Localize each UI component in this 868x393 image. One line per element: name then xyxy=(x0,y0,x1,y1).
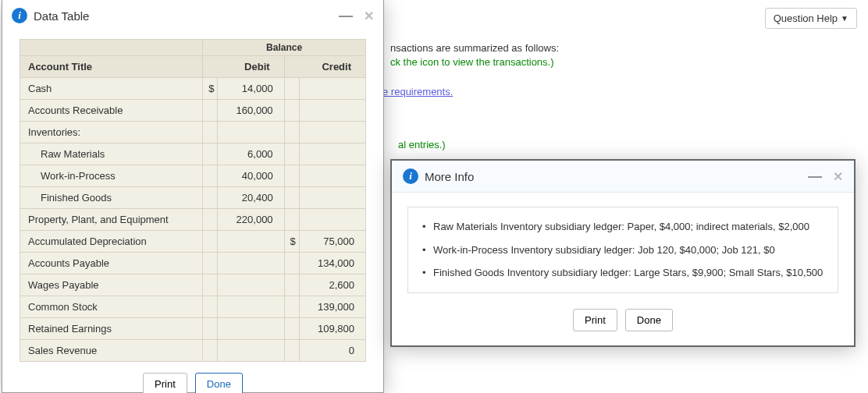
more-info-body: Raw Materials Inventory subsidiary ledge… xyxy=(392,193,854,296)
window-controls: — ✕ xyxy=(808,169,843,184)
debit-currency-cell xyxy=(203,143,218,165)
data-table-title: Data Table xyxy=(27,9,339,23)
list-item: Finished Goods Inventory subsidiary ledg… xyxy=(419,266,827,280)
debit-cell xyxy=(218,296,284,318)
table-row: Accounts Receivable160,000 xyxy=(20,100,366,122)
credit-cell xyxy=(299,122,365,143)
debit-currency-cell xyxy=(203,209,218,231)
ledger-wrap: Balance Account Title Debit Credit Cash$… xyxy=(2,31,383,362)
debit-currency-cell: $ xyxy=(203,78,218,100)
credit-cell xyxy=(299,165,365,187)
list-item: Work-in-Process Inventory subsidiary led… xyxy=(419,243,827,257)
print-button[interactable]: Print xyxy=(143,373,187,393)
debit-cell xyxy=(218,340,284,362)
info-icon: i xyxy=(403,168,418,184)
account-title-cell: Common Stock xyxy=(20,296,203,318)
table-row: Sales Revenue0 xyxy=(20,340,366,362)
table-row: Property, Plant, and Equipment220,000 xyxy=(20,209,366,231)
close-icon[interactable]: ✕ xyxy=(833,169,843,184)
window-controls: — ✕ xyxy=(339,9,374,23)
debit-cell xyxy=(218,318,284,340)
table-row: Accounts Payable134,000 xyxy=(20,253,366,274)
account-title-cell: Finished Goods xyxy=(20,187,203,209)
info-icon: i xyxy=(12,8,27,23)
debit-cell: 20,400 xyxy=(218,187,284,209)
debit-cell: 6,000 xyxy=(218,143,284,165)
debit-cell xyxy=(218,122,284,143)
print-button[interactable]: Print xyxy=(573,309,617,331)
table-row: Raw Materials6,000 xyxy=(20,143,366,165)
debit-currency-cell xyxy=(203,165,218,187)
debit-cell xyxy=(218,253,284,274)
more-info-header: i More Info — ✕ xyxy=(392,161,854,193)
caret-down-icon: ▼ xyxy=(841,14,848,23)
debit-currency-cell xyxy=(203,296,218,318)
debit-cell xyxy=(218,274,284,296)
debit-cell: 220,000 xyxy=(218,209,284,231)
credit-cell xyxy=(299,209,365,231)
done-button[interactable]: Done xyxy=(625,309,673,331)
debit-currency-cell xyxy=(203,100,218,122)
close-icon[interactable]: ✕ xyxy=(364,9,374,23)
credit-currency-cell xyxy=(284,274,299,296)
data-table-footer: Print Done xyxy=(2,362,383,393)
more-info-title: More Info xyxy=(418,170,808,183)
blank-header xyxy=(20,40,203,56)
credit-currency-cell xyxy=(284,296,299,318)
debit-currency-cell xyxy=(203,187,218,209)
credit-currency-cell xyxy=(284,318,299,340)
credit-currency-cell xyxy=(284,143,299,165)
more-info-modal: i More Info — ✕ Raw Materials Inventory … xyxy=(390,159,856,347)
data-table-modal: i Data Table — ✕ Balance Account Title D… xyxy=(2,0,384,393)
credit-currency-cell xyxy=(284,122,299,143)
account-title-cell: Cash xyxy=(20,78,203,100)
table-row: Finished Goods20,400 xyxy=(20,187,366,209)
credit-currency-cell xyxy=(284,209,299,231)
done-button[interactable]: Done xyxy=(195,373,243,393)
table-row: Wages Payable2,600 xyxy=(20,274,366,296)
credit-cell: 75,000 xyxy=(299,231,365,253)
requirements-link[interactable]: e requirements. xyxy=(382,86,453,97)
credit-cell xyxy=(299,187,365,209)
credit-cell: 109,800 xyxy=(299,318,365,340)
account-title-cell: Raw Materials xyxy=(20,143,203,165)
debit-currency-cell xyxy=(203,340,218,362)
debit-currency-cell xyxy=(203,318,218,340)
question-help-label: Question Help xyxy=(774,12,838,24)
credit-currency-cell xyxy=(284,78,299,100)
credit-currency-cell: $ xyxy=(284,231,299,253)
credit-currency-cell xyxy=(284,187,299,209)
modal-header: i Data Table — ✕ xyxy=(2,0,383,31)
credit-currency-cell xyxy=(284,100,299,122)
bg-text-entries: al entries.) xyxy=(398,139,446,150)
col-account: Account Title xyxy=(20,56,203,78)
more-info-footer: Print Done xyxy=(392,296,854,345)
col-debit: Debit xyxy=(203,56,284,78)
table-row: Common Stock139,000 xyxy=(20,296,366,318)
list-item: Raw Materials Inventory subsidiary ledge… xyxy=(419,220,827,234)
table-row: Retained Earnings109,800 xyxy=(20,318,366,340)
table-row: Cash$14,000 xyxy=(20,78,366,100)
col-credit: Credit xyxy=(284,56,365,78)
credit-cell: 134,000 xyxy=(299,253,365,274)
credit-cell xyxy=(299,143,365,165)
credit-currency-cell xyxy=(284,340,299,362)
debit-cell: 40,000 xyxy=(218,165,284,187)
account-title-cell: Work-in-Process xyxy=(20,165,203,187)
credit-currency-cell xyxy=(284,253,299,274)
credit-cell: 0 xyxy=(299,340,365,362)
table-row: Inventories: xyxy=(20,122,366,143)
credit-cell xyxy=(299,100,365,122)
minimize-icon[interactable]: — xyxy=(339,12,353,19)
info-box: Raw Materials Inventory subsidiary ledge… xyxy=(407,207,838,293)
debit-cell: 14,000 xyxy=(218,78,284,100)
minimize-icon[interactable]: — xyxy=(808,172,822,180)
info-list: Raw Materials Inventory subsidiary ledge… xyxy=(419,220,827,280)
account-title-cell: Retained Earnings xyxy=(20,318,203,340)
debit-currency-cell xyxy=(203,122,218,143)
bg-text-click-icon: ck the icon to view the transactions.) xyxy=(390,56,554,68)
debit-currency-cell xyxy=(203,274,218,296)
credit-cell: 139,000 xyxy=(299,296,365,318)
question-help-button[interactable]: Question Help ▼ xyxy=(765,8,857,29)
account-title-cell: Wages Payable xyxy=(20,274,203,296)
